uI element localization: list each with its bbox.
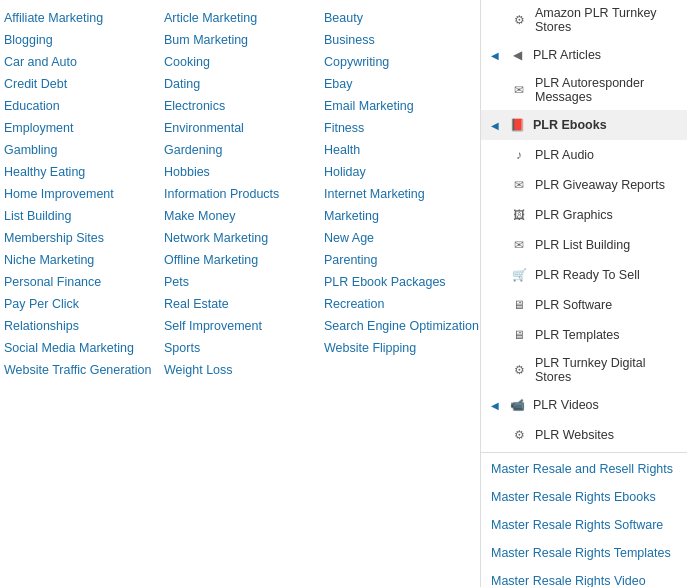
category-link[interactable]: Email Marketing — [324, 96, 476, 116]
arrow-icon: ◀ — [491, 50, 499, 61]
category-link[interactable]: Dating — [164, 74, 316, 94]
arrow-icon: ◀ — [491, 400, 499, 411]
envelope-icon: ✉ — [511, 237, 527, 253]
master-resale-item[interactable]: Master Resale Rights Video — [481, 567, 687, 587]
category-link[interactable]: New Age — [324, 228, 476, 248]
category-link[interactable]: Bum Marketing — [164, 30, 316, 50]
category-link[interactable]: Pay Per Click — [4, 294, 156, 314]
menu-item-plr-ready-to-sell[interactable]: 🛒PLR Ready To Sell — [481, 260, 687, 290]
menu-item-label: PLR Graphics — [535, 208, 677, 222]
menu-item-plr-templates[interactable]: 🖥PLR Templates — [481, 320, 687, 350]
category-link[interactable]: Blogging — [4, 30, 156, 50]
menu-item-plr-videos[interactable]: ◀📹PLR Videos — [481, 390, 687, 420]
category-link[interactable]: Gambling — [4, 140, 156, 160]
category-link[interactable]: Website Traffic Generation — [4, 360, 156, 380]
category-link[interactable]: Recreation — [324, 294, 476, 314]
menu-item-plr-autoresponder[interactable]: ✉PLR Autoresponder Messages — [481, 70, 687, 110]
category-link[interactable]: Real Estate — [164, 294, 316, 314]
category-link[interactable]: Parenting — [324, 250, 476, 270]
book-red-icon: 📕 — [509, 117, 525, 133]
gear-icon: ⚙ — [511, 362, 527, 378]
category-link[interactable]: Healthy Eating — [4, 162, 156, 182]
master-resale-item[interactable]: Master Resale Rights Ebooks — [481, 483, 687, 511]
menu-item-plr-turnkey-digital[interactable]: ⚙PLR Turnkey Digital Stores — [481, 350, 687, 390]
category-link[interactable]: Hobbies — [164, 162, 316, 182]
category-link[interactable]: Employment — [4, 118, 156, 138]
menu-item-label: PLR Software — [535, 298, 677, 312]
category-col-3: BeautyBusinessCopywritingEbayEmail Marke… — [320, 8, 480, 358]
category-link[interactable]: Network Marketing — [164, 228, 316, 248]
category-link[interactable]: Car and Auto — [4, 52, 156, 72]
category-link[interactable]: Environmental — [164, 118, 316, 138]
category-link[interactable]: Education — [4, 96, 156, 116]
category-link[interactable]: Information Products — [164, 184, 316, 204]
master-resale-item[interactable]: Master Resale Rights Software — [481, 511, 687, 539]
category-link[interactable]: Niche Marketing — [4, 250, 156, 270]
category-link[interactable]: Beauty — [324, 8, 476, 28]
category-link[interactable]: Ebay — [324, 74, 476, 94]
category-link[interactable]: Marketing — [324, 206, 476, 226]
monitor-icon: 🖥 — [511, 297, 527, 313]
category-link[interactable]: Credit Debt — [4, 74, 156, 94]
category-col-2: Article MarketingBum MarketingCookingDat… — [160, 8, 320, 380]
category-link[interactable]: Copywriting — [324, 52, 476, 72]
category-link[interactable]: Make Money — [164, 206, 316, 226]
monitor-icon: 🖥 — [511, 327, 527, 343]
category-link[interactable]: Website Flipping — [324, 338, 476, 358]
envelope-icon: ✉ — [511, 82, 527, 98]
category-link[interactable]: PLR Ebook Packages — [324, 272, 476, 292]
category-link[interactable]: Self Improvement — [164, 316, 316, 336]
menu-item-plr-articles[interactable]: ◀◀PLR Articles — [481, 40, 687, 70]
menu-item-label: PLR Giveaway Reports — [535, 178, 677, 192]
image-icon: 🖼 — [511, 207, 527, 223]
category-link[interactable]: Sports — [164, 338, 316, 358]
menu-item-label: PLR Ebooks — [533, 118, 677, 132]
menu-item-plr-audio[interactable]: ♪PLR Audio — [481, 140, 687, 170]
menu-item-plr-websites[interactable]: ⚙PLR Websites — [481, 420, 687, 450]
arrow-icon: ◀ — [491, 120, 499, 131]
menu-item-label: PLR Articles — [533, 48, 677, 62]
category-link[interactable]: Home Improvement — [4, 184, 156, 204]
category-link[interactable]: Cooking — [164, 52, 316, 72]
video-icon: 📹 — [509, 397, 525, 413]
menu-item-label: PLR Ready To Sell — [535, 268, 677, 282]
gear-icon: ⚙ — [511, 427, 527, 443]
category-link[interactable]: Business — [324, 30, 476, 50]
menu-item-plr-ebooks[interactable]: ◀📕PLR Ebooks — [481, 110, 687, 140]
category-col-1: Affiliate MarketingBloggingCar and AutoC… — [0, 8, 160, 380]
category-link[interactable]: Offline Marketing — [164, 250, 316, 270]
master-resale-item[interactable]: Master Resale and Resell Rights — [481, 455, 687, 483]
section-divider — [481, 452, 687, 453]
category-link[interactable]: Gardening — [164, 140, 316, 160]
category-link[interactable]: Internet Marketing — [324, 184, 476, 204]
menu-item-label: PLR Turnkey Digital Stores — [535, 356, 677, 384]
menu-item-plr-software[interactable]: 🖥PLR Software — [481, 290, 687, 320]
arrow-icon: ◀ — [509, 47, 525, 63]
menu-item-label: PLR Audio — [535, 148, 677, 162]
category-link[interactable]: Holiday — [324, 162, 476, 182]
menu-item-plr-giveaway[interactable]: ✉PLR Giveaway Reports — [481, 170, 687, 200]
category-link[interactable]: Article Marketing — [164, 8, 316, 28]
menu-item-label: Amazon PLR Turnkey Stores — [535, 6, 677, 34]
category-link[interactable]: Weight Loss — [164, 360, 316, 380]
menu-item-label: PLR Autoresponder Messages — [535, 76, 677, 104]
menu-item-plr-graphics[interactable]: 🖼PLR Graphics — [481, 200, 687, 230]
category-link[interactable]: Fitness — [324, 118, 476, 138]
category-link[interactable]: List Building — [4, 206, 156, 226]
category-link[interactable]: Personal Finance — [4, 272, 156, 292]
category-link[interactable]: Search Engine Optimization — [324, 316, 476, 336]
category-link[interactable]: Electronics — [164, 96, 316, 116]
category-link[interactable]: Pets — [164, 272, 316, 292]
menu-item-plr-list-building[interactable]: ✉PLR List Building — [481, 230, 687, 260]
master-resale-item[interactable]: Master Resale Rights Templates — [481, 539, 687, 567]
category-link[interactable]: Relationships — [4, 316, 156, 336]
gear-icon: ⚙ — [511, 12, 527, 28]
menu-item-label: PLR Websites — [535, 428, 677, 442]
category-link[interactable]: Membership Sites — [4, 228, 156, 248]
category-link[interactable]: Health — [324, 140, 476, 160]
menu-item-amazon-plr[interactable]: ⚙Amazon PLR Turnkey Stores — [481, 0, 687, 40]
category-link[interactable]: Social Media Marketing — [4, 338, 156, 358]
menu-item-label: PLR List Building — [535, 238, 677, 252]
category-link[interactable]: Affiliate Marketing — [4, 8, 156, 28]
left-panel: Affiliate MarketingBloggingCar and AutoC… — [0, 0, 480, 587]
